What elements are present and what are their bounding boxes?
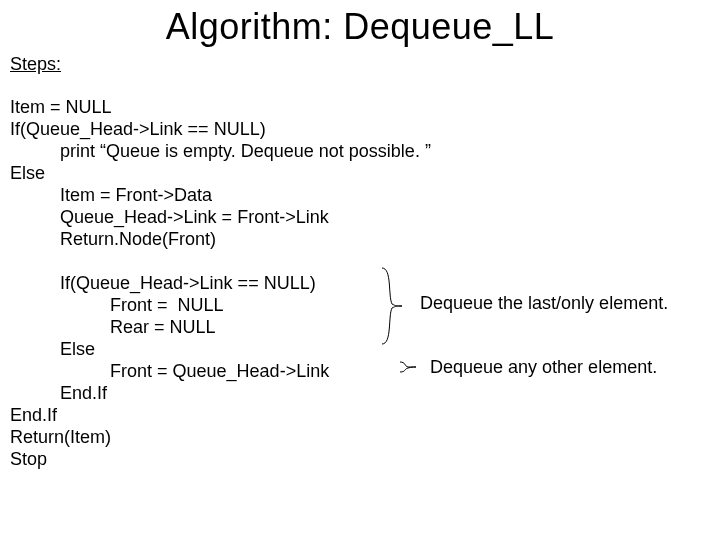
code-line: Front = NULL	[10, 295, 224, 315]
code-line: Front = Queue_Head->Link	[10, 361, 329, 381]
slide: Algorithm: Dequeue_LL Steps: Item = NULL…	[0, 0, 720, 540]
brace-icon	[398, 358, 418, 376]
code-line: Item = Front->Data	[10, 185, 212, 205]
code-line: print “Queue is empty. Dequeue not possi…	[10, 141, 431, 161]
steps-label: Steps:	[10, 54, 61, 75]
code-line: Item = NULL	[10, 97, 112, 117]
brace-icon	[378, 266, 408, 346]
algorithm-code: Item = NULL If(Queue_Head->Link == NULL)…	[10, 96, 431, 470]
code-line: Stop	[10, 449, 47, 469]
code-line: Else	[10, 339, 95, 359]
annotation-last-element: Dequeue the last/only element.	[420, 292, 668, 314]
code-line: Else	[10, 163, 45, 183]
code-line: Queue_Head->Link = Front->Link	[10, 207, 329, 227]
annotation-other-element: Dequeue any other element.	[430, 356, 657, 378]
code-line: End.If	[10, 405, 57, 425]
slide-title: Algorithm: Dequeue_LL	[0, 6, 720, 48]
code-line: If(Queue_Head->Link == NULL)	[10, 273, 316, 293]
code-line: Return.Node(Front)	[10, 229, 216, 249]
code-line: Return(Item)	[10, 427, 111, 447]
code-line: If(Queue_Head->Link == NULL)	[10, 119, 266, 139]
code-line: Rear = NULL	[10, 317, 216, 337]
code-line: End.If	[10, 383, 107, 403]
